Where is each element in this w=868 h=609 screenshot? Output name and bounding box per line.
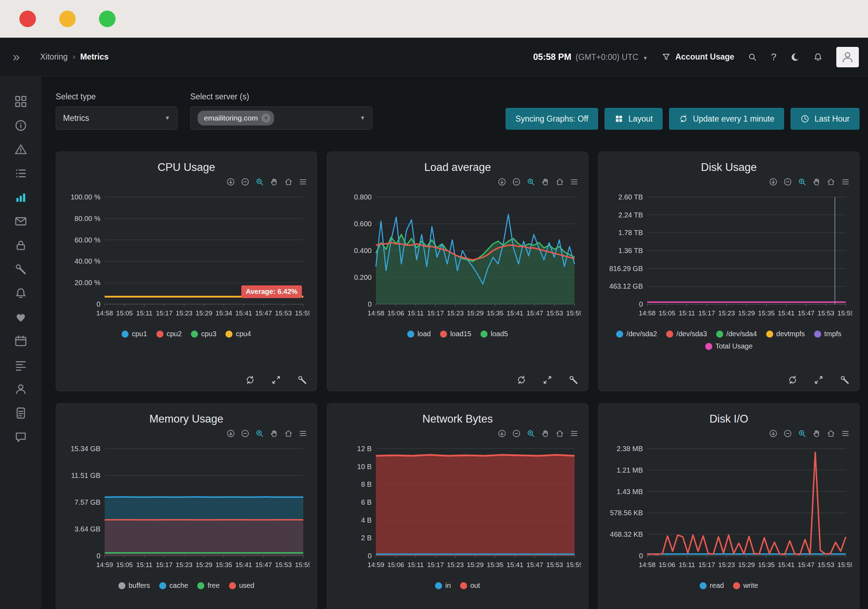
zoom-out-icon[interactable] xyxy=(512,429,521,438)
menu-icon[interactable] xyxy=(570,177,579,186)
legend-item[interactable]: cpu1 xyxy=(121,330,147,338)
moon-icon[interactable] xyxy=(790,52,800,62)
layout-button[interactable]: Layout xyxy=(604,108,663,130)
sidebar-item-user[interactable] xyxy=(14,382,28,396)
sidebar-item-align[interactable] xyxy=(14,359,28,372)
home-icon[interactable] xyxy=(284,429,293,438)
legend-item[interactable]: read xyxy=(700,581,724,590)
fullscreen-icon[interactable] xyxy=(542,374,553,385)
settings-wrench-icon[interactable] xyxy=(297,374,307,385)
sidebar-item-grid[interactable] xyxy=(14,95,28,108)
sidebar-item-list[interactable] xyxy=(14,167,28,180)
legend-item[interactable]: load15 xyxy=(440,330,471,338)
sidebar-item-heart[interactable] xyxy=(14,311,28,324)
fullscreen-icon[interactable] xyxy=(271,374,282,385)
legend-item[interactable]: Total Usage xyxy=(705,342,753,350)
chart-plot[interactable]: 100.00 %80.00 %60.00 %40.00 %20.00 %014:… xyxy=(63,188,310,327)
pan-icon[interactable] xyxy=(812,429,821,438)
sidebar-item-lock[interactable] xyxy=(14,239,28,252)
menu-icon[interactable] xyxy=(841,429,850,438)
avatar[interactable] xyxy=(836,47,859,67)
download-icon[interactable] xyxy=(769,429,778,438)
close-window-button[interactable] xyxy=(19,11,36,27)
menu-icon[interactable] xyxy=(841,177,850,186)
box-zoom-icon[interactable] xyxy=(255,177,264,186)
legend-item[interactable]: devtmpfs xyxy=(766,330,805,338)
update-interval-button[interactable]: Update every 1 minute xyxy=(669,108,784,130)
legend-item[interactable]: free xyxy=(197,581,220,590)
sidebar-collapse-icon[interactable]: » xyxy=(13,50,20,65)
legend-item[interactable]: load xyxy=(407,330,431,338)
legend-item[interactable]: write xyxy=(733,581,758,590)
minimize-window-button[interactable] xyxy=(59,11,76,27)
settings-wrench-icon[interactable] xyxy=(840,374,850,385)
pan-icon[interactable] xyxy=(270,429,279,438)
zoom-out-icon[interactable] xyxy=(240,429,250,438)
menu-icon[interactable] xyxy=(298,177,307,186)
legend-item[interactable]: used xyxy=(229,581,254,590)
settings-wrench-icon[interactable] xyxy=(568,374,579,385)
home-icon[interactable] xyxy=(555,429,564,438)
legend-item[interactable]: in xyxy=(435,581,451,590)
clock-timezone-selector[interactable]: 05:58 PM (GMT+0:00) UTC ▼ xyxy=(533,52,648,62)
refresh-icon[interactable] xyxy=(787,374,798,385)
legend-item[interactable]: /dev/sda4 xyxy=(716,330,757,338)
time-range-button[interactable]: Last Hour xyxy=(790,108,860,130)
chart-plot[interactable]: 0.8000.6000.4000.200014:5815:0615:1115:1… xyxy=(334,188,581,327)
zoom-out-icon[interactable] xyxy=(783,177,792,186)
legend-item[interactable]: /dev/sda2 xyxy=(616,330,657,338)
breadcrumb-root[interactable]: Xitoring xyxy=(40,52,68,62)
refresh-icon[interactable] xyxy=(516,374,527,385)
zoom-out-icon[interactable] xyxy=(512,177,521,186)
chart-plot[interactable]: 2.60 TB2.24 TB1.78 TB1.36 TB816.29 GB463… xyxy=(606,188,852,327)
legend-item[interactable]: cache xyxy=(159,581,188,590)
sidebar-item-mail[interactable] xyxy=(14,214,28,228)
legend-item[interactable]: cpu3 xyxy=(191,330,216,338)
pan-icon[interactable] xyxy=(812,177,821,186)
syncing-graphs-button[interactable]: Syncing Graphs: Off xyxy=(505,108,598,130)
download-icon[interactable] xyxy=(226,429,235,438)
box-zoom-icon[interactable] xyxy=(526,429,535,438)
help-icon[interactable]: ? xyxy=(771,51,777,63)
sidebar-item-info[interactable] xyxy=(14,119,28,132)
sidebar-item-wrench[interactable] xyxy=(14,263,28,276)
remove-tag-icon[interactable]: × xyxy=(261,113,271,123)
legend-item[interactable]: tmpfs xyxy=(814,330,842,338)
download-icon[interactable] xyxy=(226,177,235,186)
home-icon[interactable] xyxy=(284,177,293,186)
legend-item[interactable]: buffers xyxy=(118,581,150,590)
pan-icon[interactable] xyxy=(541,177,550,186)
box-zoom-icon[interactable] xyxy=(255,429,264,438)
zoom-out-icon[interactable] xyxy=(240,177,250,186)
sidebar-item-calendar[interactable] xyxy=(14,334,28,348)
home-icon[interactable] xyxy=(826,177,835,186)
maximize-window-button[interactable] xyxy=(99,11,116,27)
pan-icon[interactable] xyxy=(541,429,550,438)
box-zoom-icon[interactable] xyxy=(798,177,807,186)
sidebar-item-bar-chart[interactable] xyxy=(14,191,28,204)
zoom-out-icon[interactable] xyxy=(783,429,792,438)
download-icon[interactable] xyxy=(498,177,507,186)
bell-icon[interactable] xyxy=(813,52,823,62)
chart-plot[interactable]: 12 B10 B8 B6 B4 B2 B014:5915:0615:1115:1… xyxy=(334,440,581,579)
menu-icon[interactable] xyxy=(570,429,579,438)
legend-item[interactable]: cpu4 xyxy=(225,330,251,338)
refresh-icon[interactable] xyxy=(245,374,256,385)
download-icon[interactable] xyxy=(769,177,778,186)
fullscreen-icon[interactable] xyxy=(814,374,824,385)
menu-icon[interactable] xyxy=(298,429,307,438)
sidebar-item-chat[interactable] xyxy=(14,430,28,444)
sidebar-item-bell[interactable] xyxy=(14,286,28,300)
chart-plot[interactable]: 15.34 GB11.51 GB7.57 GB3.64 GB014:5915:0… xyxy=(63,440,310,579)
legend-item[interactable]: out xyxy=(460,581,480,590)
legend-item[interactable]: load5 xyxy=(480,330,508,338)
legend-item[interactable]: cpu2 xyxy=(157,330,182,338)
home-icon[interactable] xyxy=(555,177,564,186)
legend-item[interactable]: /dev/sda3 xyxy=(666,330,707,338)
sidebar-item-document[interactable] xyxy=(14,406,28,420)
home-icon[interactable] xyxy=(826,429,835,438)
chart-plot[interactable]: 2.38 MB1.21 MB1.43 MB578.56 KB468.32 KB0… xyxy=(606,440,852,579)
pan-icon[interactable] xyxy=(270,177,279,186)
download-icon[interactable] xyxy=(498,429,507,438)
server-select[interactable]: emailitoring.com × ▼ xyxy=(190,106,373,130)
